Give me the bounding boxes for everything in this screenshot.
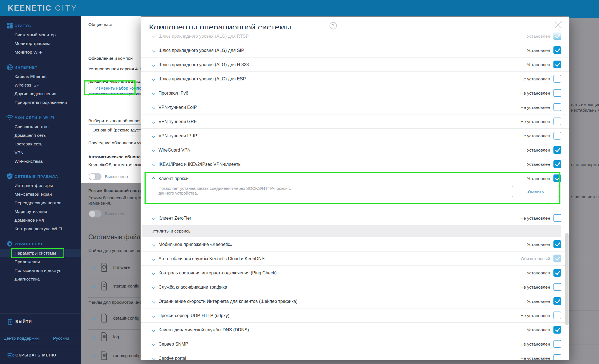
component-checkbox[interactable]	[553, 75, 561, 83]
sidebar-item[interactable]: Переадресация портов	[0, 198, 81, 207]
support-link[interactable]: Центр поддержки	[3, 336, 39, 341]
sidebar-item[interactable]: Домашняя сеть	[0, 131, 81, 140]
language-link[interactable]: Русский	[53, 336, 69, 341]
file-row-firmware[interactable]: firmware	[81, 259, 141, 277]
sidebar-item[interactable]: Приоритеты подключений	[0, 98, 81, 107]
component-checkbox[interactable]	[553, 46, 561, 54]
file-row-log[interactable]: log	[81, 329, 141, 346]
component-checkbox[interactable]	[553, 214, 561, 222]
component-checkbox[interactable]	[553, 118, 561, 125]
sidebar-item[interactable]: Гостевая сеть	[0, 140, 81, 148]
component-row-header[interactable]: Шлюз прикладного уровня (ALG) для RTSPУс…	[141, 29, 569, 43]
component-checkbox[interactable]	[553, 283, 561, 291]
component-row-header[interactable]: Контроль состояния интернет-подключения …	[141, 266, 569, 280]
component-row-header[interactable]: Служба классификации трафикаНе установле…	[141, 280, 569, 294]
sidebar-item[interactable]: Доменное имя	[0, 216, 81, 224]
component-row-header[interactable]: Шлюз прикладного уровня (ALG) для SIPУст…	[141, 43, 569, 58]
sidebar-item[interactable]: Монитор трафика	[0, 39, 81, 48]
sidebar-item[interactable]: Другие подключения	[0, 89, 81, 98]
change-components-button[interactable]: Изменить набор компоне	[88, 83, 141, 94]
update-channel-select[interactable]: Основной (рекомендуется)	[88, 124, 141, 135]
sidebar-item[interactable]: Контроль доступа Wi-Fi	[0, 224, 81, 233]
sidebar-item[interactable]: VPN	[0, 148, 81, 157]
sidebar-item[interactable]: Маршрутизация	[0, 207, 81, 216]
component-checkbox[interactable]	[553, 160, 561, 168]
file-label: firmware	[113, 265, 130, 270]
component-row-header[interactable]: VPN-туннели EoIPНе установлен	[141, 100, 569, 114]
logout-icon	[7, 318, 15, 326]
sidebar-section-label: СЕТЕВЫЕ ПРАВИЛА	[15, 174, 58, 179]
component-row-header[interactable]: Клиент проксиУстановлен	[141, 171, 569, 186]
component-label: Прокси-сервер UDP-HTTP (udpxy)	[158, 308, 229, 323]
component-checkbox[interactable]	[553, 32, 561, 40]
update-section-heading: Обновление и компон	[88, 56, 133, 61]
component-label: Протокол IPv6	[158, 86, 188, 100]
component-row-header[interactable]: WireGuard VPNУстановлен	[141, 143, 569, 157]
close-icon[interactable]	[554, 20, 563, 29]
chevron-down-icon	[152, 120, 155, 124]
sidebar-item[interactable]: Диагностика	[0, 275, 81, 283]
component-checkbox[interactable]	[553, 269, 561, 277]
help-icon[interactable]: ?	[330, 22, 337, 29]
component-row-header[interactable]: Протокол IPv6Не установлен	[141, 86, 569, 100]
component-label: Служба классификации трафика	[158, 280, 227, 294]
component-checkbox[interactable]	[553, 132, 561, 140]
component-checkbox[interactable]	[553, 146, 561, 154]
sidebar-item[interactable]: Монитор Wi-Fi	[0, 48, 81, 56]
file-row-default-config[interactable]: default-config	[81, 310, 141, 328]
sidebar-item[interactable]: Кабель Ethernet	[0, 72, 81, 81]
modal-scrollbar-thumb[interactable]	[565, 233, 569, 325]
installed-version-value: 4.1.6	[135, 66, 141, 71]
component-checkbox[interactable]	[553, 340, 561, 348]
file-label: running-config	[113, 353, 141, 358]
sidebar-item[interactable]: Интернет-фильтры	[0, 181, 81, 190]
component-row-header[interactable]: Шлюз прикладного уровня (ALG) для ESPНе …	[141, 72, 569, 86]
component-row-header[interactable]: VPN-туннели IP-IPНе установлен	[141, 129, 569, 143]
component-row-header[interactable]: VPN-туннели GREНе установлен	[141, 114, 569, 129]
sidebar-item[interactable]: Wireless ISP	[0, 81, 81, 89]
component-row-header[interactable]: Агент облачной службы Keenetic Cloud и K…	[141, 252, 569, 266]
file-icon	[101, 313, 107, 323]
remove-component-button[interactable]: Удалить	[512, 186, 559, 197]
component-checkbox[interactable]	[553, 326, 561, 334]
component-row-header[interactable]: IKEv1/IPsec и IKEv2/IPsec VPN-клиентыУст…	[141, 157, 569, 171]
sidebar-item[interactable]: Wi-Fi-система	[0, 157, 81, 166]
component-checkbox[interactable]	[553, 354, 561, 360]
component-checkbox[interactable]	[553, 89, 561, 97]
chevron-down-icon	[152, 49, 155, 52]
chip-file-icon	[101, 263, 107, 272]
component-row-header[interactable]: Мобильное приложение «Keenetic»Установле…	[141, 237, 569, 252]
collapse-menu-button[interactable]: СКРЫВАТЬ МЕНЮ	[0, 347, 81, 364]
component-status: Установлен	[527, 294, 550, 308]
components-modal: Компоненты операционной системы ? Шлюз п…	[141, 17, 569, 360]
sidebar-item[interactable]: Межсетевой экран	[0, 190, 81, 198]
file-row-startup-config[interactable]: startup-config	[81, 278, 141, 296]
sidebar-item[interactable]: Список клиентов	[0, 122, 81, 131]
component-row-header[interactable]: Ограничение скорости Интернета для клиен…	[141, 294, 569, 308]
component-row-header[interactable]: Прокси-сервер UDP-HTTP (udpxy)Не установ…	[141, 308, 569, 323]
component-row-header[interactable]: Клиент динамической службы DNS (DDNS)Уст…	[141, 323, 569, 337]
sidebar-item[interactable]: Системный монитор	[0, 30, 81, 39]
component-checkbox[interactable]	[553, 103, 561, 111]
component-checkbox[interactable]	[553, 312, 561, 319]
component-checkbox[interactable]	[553, 61, 561, 68]
chevron-down-icon	[93, 335, 96, 339]
file-row-running-config[interactable]: running-config	[81, 347, 141, 364]
component-row: Служба классификации трафикаНе установле…	[141, 280, 569, 294]
logout-button[interactable]: ВЫЙТИ	[0, 313, 81, 330]
brand-bold: KEENETIC	[8, 4, 52, 12]
group-header-label: Утилиты и сервисы	[152, 229, 191, 234]
safe-mode-toggle[interactable]	[89, 210, 101, 217]
component-row-header[interactable]: Шлюз прикладного уровня (ALG) для H.323У…	[141, 58, 569, 72]
component-checkbox[interactable]	[553, 297, 561, 305]
component-checkbox[interactable]	[553, 174, 561, 182]
component-row-header[interactable]: Сервер SNMPНе установлен	[141, 337, 569, 351]
sidebar-item[interactable]: Приложения	[0, 257, 81, 266]
component-row-header[interactable]: Captive portalНе установлен	[141, 351, 569, 360]
component-row-header[interactable]: Клиент ZeroTierНе установлен	[141, 211, 569, 225]
sidebar-item[interactable]: Пользователи и доступ	[0, 266, 81, 275]
component-label: IKEv1/IPsec и IKEv2/IPsec VPN-клиенты	[158, 157, 242, 171]
auto-update-toggle[interactable]	[89, 173, 101, 180]
sidebar-item[interactable]: Параметры системы	[0, 249, 81, 257]
component-checkbox[interactable]	[553, 240, 561, 248]
